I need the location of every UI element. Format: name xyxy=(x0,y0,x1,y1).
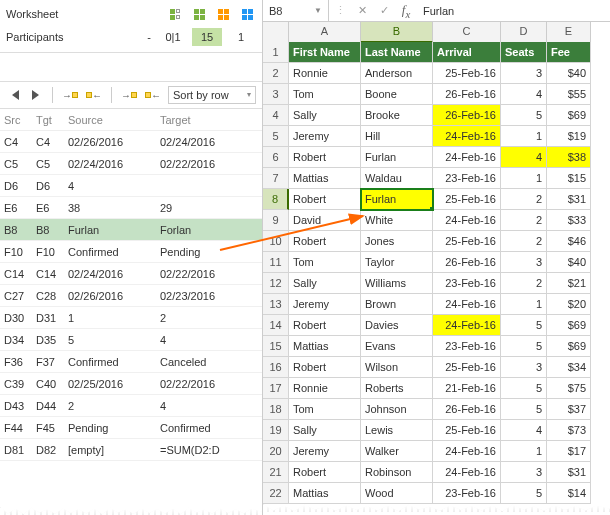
view-grid-green-icon[interactable] xyxy=(190,6,208,22)
diff-row[interactable]: F10F10ConfirmedPending xyxy=(0,241,262,263)
cell[interactable]: $17 xyxy=(547,441,591,462)
cell[interactable]: 4 xyxy=(501,420,547,441)
row-header[interactable]: 12 xyxy=(263,273,289,294)
col-header-E[interactable]: E xyxy=(547,22,591,43)
cell[interactable]: Mattias xyxy=(289,168,361,189)
cell[interactable]: 1 xyxy=(501,294,547,315)
cell[interactable]: $21 xyxy=(547,273,591,294)
cell[interactable]: 5 xyxy=(501,105,547,126)
cell[interactable]: 21-Feb-16 xyxy=(433,378,501,399)
cell[interactable]: 1 xyxy=(501,126,547,147)
row-header[interactable]: 8 xyxy=(263,189,289,210)
cell[interactable]: Jeremy xyxy=(289,126,361,147)
row-header[interactable]: 7 xyxy=(263,168,289,189)
cell[interactable]: $40 xyxy=(547,63,591,84)
row-header[interactable]: 16 xyxy=(263,357,289,378)
cell[interactable]: 3 xyxy=(501,462,547,483)
cell[interactable]: Taylor xyxy=(361,252,433,273)
cell[interactable]: $33 xyxy=(547,210,591,231)
cell[interactable]: Waldau xyxy=(361,168,433,189)
spreadsheet[interactable]: ABCDE 1First NameLast NameArrivalSeatsFe… xyxy=(263,22,610,515)
row-header[interactable]: 1 xyxy=(263,42,289,63)
cell[interactable]: Robinson xyxy=(361,462,433,483)
row-header[interactable]: 3 xyxy=(263,84,289,105)
jump-prev-icon[interactable]: ← xyxy=(85,87,103,103)
cell[interactable]: David xyxy=(289,210,361,231)
diff-row[interactable]: E6E63829 xyxy=(0,197,262,219)
diff-row[interactable]: D34D3554 xyxy=(0,329,262,351)
cell[interactable]: 4 xyxy=(501,84,547,105)
row-header[interactable]: 10 xyxy=(263,231,289,252)
cell[interactable]: Mattias xyxy=(289,336,361,357)
row-header[interactable]: 15 xyxy=(263,336,289,357)
cell[interactable]: 2 xyxy=(501,273,547,294)
cell[interactable]: $38 xyxy=(547,147,591,168)
row-header[interactable]: 22 xyxy=(263,483,289,504)
cell[interactable]: 25-Feb-16 xyxy=(433,63,501,84)
cell[interactable]: 3 xyxy=(501,63,547,84)
cell[interactable]: 26-Feb-16 xyxy=(433,252,501,273)
view-grid-orange-icon[interactable] xyxy=(214,6,232,22)
row-header[interactable]: 19 xyxy=(263,420,289,441)
cell[interactable]: Robert xyxy=(289,357,361,378)
cell[interactable]: Jones xyxy=(361,231,433,252)
cell[interactable]: $15 xyxy=(547,168,591,189)
row-header[interactable]: 6 xyxy=(263,147,289,168)
cell[interactable]: Robert xyxy=(289,231,361,252)
cell[interactable]: $55 xyxy=(547,84,591,105)
cell[interactable]: 25-Feb-16 xyxy=(433,189,501,210)
row-header[interactable]: 2 xyxy=(263,63,289,84)
cell[interactable]: Ronnie xyxy=(289,63,361,84)
cell[interactable]: Tom xyxy=(289,399,361,420)
cell[interactable]: $75 xyxy=(547,378,591,399)
cell[interactable]: 5 xyxy=(501,378,547,399)
diff-row[interactable]: D81D82[empty]=SUM(D2:D xyxy=(0,439,262,461)
cell[interactable]: Jeremy xyxy=(289,294,361,315)
cell[interactable]: Jeremy xyxy=(289,441,361,462)
col-header-C[interactable]: C xyxy=(433,22,501,43)
cell[interactable]: Sally xyxy=(289,273,361,294)
row-header[interactable]: 4 xyxy=(263,105,289,126)
cell[interactable]: $40 xyxy=(547,252,591,273)
cell[interactable]: $19 xyxy=(547,126,591,147)
col-source[interactable]: Source xyxy=(64,114,156,126)
cell[interactable]: $46 xyxy=(547,231,591,252)
cell[interactable]: Last Name xyxy=(361,42,433,63)
cell[interactable]: Robert xyxy=(289,315,361,336)
cell[interactable]: 5 xyxy=(501,483,547,504)
diff-row[interactable]: C5C502/24/201602/22/2016 xyxy=(0,153,262,175)
count-2[interactable]: 1 xyxy=(226,28,256,46)
cell[interactable]: 24-Feb-16 xyxy=(433,441,501,462)
row-header[interactable]: 18 xyxy=(263,399,289,420)
cell[interactable]: Fee xyxy=(547,42,591,63)
cell[interactable]: Brown xyxy=(361,294,433,315)
cancel-formula-button[interactable]: ✕ xyxy=(351,1,373,21)
cell[interactable]: Furlan xyxy=(361,147,433,168)
cell[interactable]: 5 xyxy=(501,336,547,357)
name-box[interactable]: B8 ▼ xyxy=(263,0,329,21)
cell[interactable]: 4 xyxy=(501,147,547,168)
cell[interactable]: 3 xyxy=(501,357,547,378)
sort-dropdown[interactable]: Sort by row ▾ xyxy=(168,86,256,104)
cell[interactable]: Johnson xyxy=(361,399,433,420)
diff-row[interactable]: F44F45PendingConfirmed xyxy=(0,417,262,439)
cell[interactable]: Robert xyxy=(289,462,361,483)
cell[interactable]: $69 xyxy=(547,336,591,357)
fx-button[interactable]: fx xyxy=(395,1,417,21)
cell[interactable]: 26-Feb-16 xyxy=(433,399,501,420)
cell[interactable]: 25-Feb-16 xyxy=(433,231,501,252)
row-header[interactable]: 5 xyxy=(263,126,289,147)
cell[interactable]: $37 xyxy=(547,399,591,420)
count-1[interactable]: 15 xyxy=(192,28,222,46)
diff-row[interactable]: D30D3112 xyxy=(0,307,262,329)
cell[interactable]: 2 xyxy=(501,231,547,252)
cell[interactable]: Williams xyxy=(361,273,433,294)
cell[interactable]: Anderson xyxy=(361,63,433,84)
cell[interactable]: 24-Feb-16 xyxy=(433,126,501,147)
cell[interactable]: 2 xyxy=(501,210,547,231)
cell[interactable]: 24-Feb-16 xyxy=(433,315,501,336)
col-header-B[interactable]: B xyxy=(361,22,433,43)
diff-row[interactable]: D43D4424 xyxy=(0,395,262,417)
col-header-A[interactable]: A xyxy=(289,22,361,43)
diff-row[interactable]: D6D64 xyxy=(0,175,262,197)
